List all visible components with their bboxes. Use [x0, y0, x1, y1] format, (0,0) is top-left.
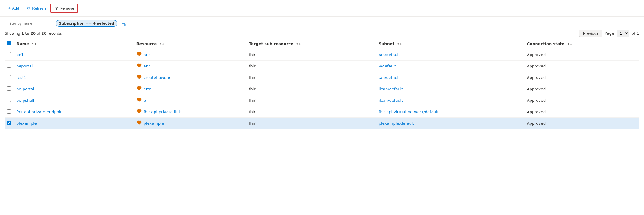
row-resource-link[interactable]: createflowone	[144, 75, 171, 80]
table-header-row: Name ↑↓ Resource ↑↓ Target sub-resource …	[5, 39, 639, 49]
remove-button[interactable]: 🗑 Remove	[50, 4, 78, 13]
row-state-cell: Approved	[525, 61, 639, 72]
row-checkbox[interactable]	[7, 109, 11, 114]
row-resource-link[interactable]: e	[144, 98, 146, 103]
table-row: pe1anrfhir:an/defaultApproved	[5, 49, 639, 61]
row-target-cell: fhir	[247, 106, 377, 118]
filter-plus-icon	[121, 21, 126, 26]
row-state-cell: Approved	[525, 49, 639, 61]
row-state-cell: Approved	[525, 118, 639, 129]
row-name-link[interactable]: fhir-api-private-endpoint	[16, 110, 64, 114]
row-resource-link[interactable]: fhir-api-private-link	[144, 110, 181, 114]
row-target-cell: fhir	[247, 72, 377, 83]
row-subnet-cell: fhir-api-virtual-network/default	[377, 106, 525, 118]
add-button[interactable]: + Add	[5, 4, 22, 12]
table-container: Name ↑↓ Resource ↑↓ Target sub-resource …	[0, 39, 644, 129]
subscription-filter-chip[interactable]: Subscription == 4 selected	[56, 20, 117, 27]
col-header-target[interactable]: Target sub-resource ↑↓	[247, 39, 377, 49]
row-checkbox-cell	[5, 118, 14, 129]
add-icon: +	[8, 6, 11, 11]
col-header-name[interactable]: Name ↑↓	[14, 39, 135, 49]
row-checkbox-cell	[5, 49, 14, 61]
table-row: pe-portalertrfhirilcan/defaultApproved	[5, 83, 639, 95]
row-subnet-link[interactable]: plexample/default	[379, 121, 414, 126]
chip-label: Subscription == 4 selected	[59, 21, 114, 26]
refresh-icon: ↻	[27, 6, 30, 11]
refresh-button[interactable]: ↻ Refresh	[24, 4, 49, 12]
col-header-subnet[interactable]: Subnet ↑↓	[377, 39, 525, 49]
row-state-cell: Approved	[525, 95, 639, 106]
row-resource-cell: createflowone	[135, 72, 247, 83]
record-count-text: Showing 1 to 26 of 26 records.	[5, 31, 62, 36]
row-checkbox[interactable]	[7, 75, 11, 79]
row-checkbox-cell	[5, 83, 14, 95]
filter-bar: Subscription == 4 selected	[0, 17, 644, 29]
row-name-cell: pe-pshell	[14, 95, 135, 106]
row-checkbox[interactable]	[7, 86, 11, 91]
row-name-link[interactable]: plexample	[16, 121, 37, 126]
row-target-cell: fhir	[247, 49, 377, 61]
page-select[interactable]: 1	[617, 30, 629, 37]
row-subnet-link[interactable]: :an/default	[379, 75, 400, 80]
state-sort-icon: ↑↓	[567, 42, 572, 46]
row-checkbox-cell	[5, 95, 14, 106]
row-subnet-link[interactable]: ilcan/default	[379, 87, 403, 91]
pagination: Previous Page 1 of 1	[579, 30, 639, 37]
row-name-link[interactable]: pe1	[16, 52, 24, 57]
table-row: plexampleplexamplefhirplexample/defaultA…	[5, 118, 639, 129]
row-name-cell: fhir-api-private-endpoint	[14, 106, 135, 118]
col-header-resource[interactable]: Resource ↑↓	[135, 39, 247, 49]
row-subnet-cell: v/default	[377, 61, 525, 72]
row-name-cell: test1	[14, 72, 135, 83]
row-target-cell: fhir	[247, 83, 377, 95]
private-endpoints-table: Name ↑↓ Resource ↑↓ Target sub-resource …	[5, 39, 639, 129]
row-resource-link[interactable]: plexample	[144, 121, 164, 126]
health-service-icon	[136, 120, 142, 126]
remove-icon: 🗑	[54, 6, 58, 11]
table-row: peportalanrfhirv/defaultApproved	[5, 61, 639, 72]
row-subnet-cell: ilcan/default	[377, 83, 525, 95]
col-header-state[interactable]: Connection state ↑↓	[525, 39, 639, 49]
row-target-cell: fhir	[247, 61, 377, 72]
toolbar: + Add ↻ Refresh 🗑 Remove	[0, 0, 644, 17]
row-name-cell: peportal	[14, 61, 135, 72]
table-row: test1createflowonefhir:an/defaultApprove…	[5, 72, 639, 83]
row-subnet-link[interactable]: fhir-api-virtual-network/default	[379, 110, 439, 114]
table-row: fhir-api-private-endpointfhir-api-privat…	[5, 106, 639, 118]
row-checkbox[interactable]	[7, 98, 11, 102]
row-name-link[interactable]: pe-portal	[16, 87, 34, 91]
row-checkbox-cell	[5, 106, 14, 118]
row-resource-link[interactable]: anr	[144, 64, 150, 68]
health-service-icon	[136, 51, 142, 58]
previous-button[interactable]: Previous	[579, 30, 602, 37]
health-service-icon	[136, 86, 142, 92]
row-resource-cell: e	[135, 95, 247, 106]
select-all-checkbox[interactable]	[7, 41, 11, 45]
row-subnet-link[interactable]: v/default	[379, 64, 396, 68]
row-name-cell: pe-portal	[14, 83, 135, 95]
row-name-link[interactable]: pe-pshell	[16, 98, 34, 103]
row-state-cell: Approved	[525, 106, 639, 118]
table-body: pe1anrfhir:an/defaultApprovedpeportalanr…	[5, 49, 639, 129]
row-checkbox[interactable]	[7, 52, 11, 56]
row-resource-cell: anr	[135, 61, 247, 72]
record-info-bar: Showing 1 to 26 of 26 records. Previous …	[0, 29, 644, 39]
remove-label: Remove	[60, 6, 74, 11]
row-checkbox-cell	[5, 72, 14, 83]
row-state-cell: Approved	[525, 83, 639, 95]
row-subnet-link[interactable]: :an/default	[379, 52, 400, 57]
row-state-cell: Approved	[525, 72, 639, 83]
row-checkbox[interactable]	[7, 121, 11, 125]
resource-sort-icon: ↑↓	[159, 42, 164, 46]
name-sort-icon: ↑↓	[32, 42, 37, 46]
row-name-link[interactable]: peportal	[16, 64, 33, 68]
row-subnet-link[interactable]: ilcan/default	[379, 98, 403, 103]
health-service-icon	[136, 109, 142, 115]
row-name-link[interactable]: test1	[16, 75, 26, 80]
row-resource-link[interactable]: ertr	[144, 87, 151, 91]
row-name-cell: plexample	[14, 118, 135, 129]
add-filter-button[interactable]	[120, 20, 127, 27]
filter-input[interactable]	[5, 20, 53, 27]
row-checkbox[interactable]	[7, 64, 11, 68]
row-resource-link[interactable]: anr	[144, 52, 150, 57]
